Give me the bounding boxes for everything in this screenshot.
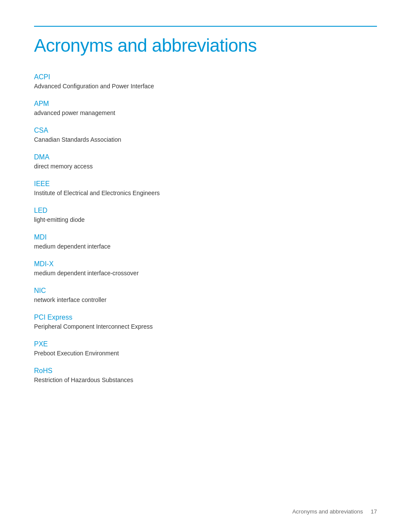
acronym-entry: APMadvanced power management bbox=[34, 100, 377, 116]
acronym-definition: advanced power management bbox=[34, 109, 377, 116]
acronym-definition: medium dependent interface-crossover bbox=[34, 270, 377, 277]
acronym-term: RoHS bbox=[34, 367, 377, 375]
acronym-definition: light-emitting diode bbox=[34, 216, 377, 223]
acronym-entry: CSACanadian Standards Association bbox=[34, 127, 377, 143]
acronym-entry: LEDlight-emitting diode bbox=[34, 207, 377, 223]
acronym-definition: Peripheral Component Interconnect Expres… bbox=[34, 323, 377, 330]
acronym-term: ACPI bbox=[34, 73, 377, 81]
acronym-definition: Preboot Execution Environment bbox=[34, 350, 377, 357]
acronym-term: NIC bbox=[34, 287, 377, 295]
acronym-term: PXE bbox=[34, 340, 377, 348]
top-border bbox=[34, 26, 377, 27]
acronym-term: APM bbox=[34, 100, 377, 108]
page-footer: Acronyms and abbreviations 17 bbox=[292, 508, 377, 515]
acronym-term: LED bbox=[34, 207, 377, 215]
acronym-definition: Institute of Electrical and Electronics … bbox=[34, 190, 377, 196]
acronym-list: ACPIAdvanced Configuration and Power Int… bbox=[34, 73, 377, 383]
acronym-entry: RoHSRestriction of Hazardous Substances bbox=[34, 367, 377, 383]
acronym-entry: PXEPreboot Execution Environment bbox=[34, 340, 377, 357]
acronym-term: MDI bbox=[34, 233, 377, 241]
acronym-entry: NICnetwork interface controller bbox=[34, 287, 377, 303]
acronym-term: CSA bbox=[34, 127, 377, 134]
acronym-term: DMA bbox=[34, 153, 377, 161]
acronym-entry: ACPIAdvanced Configuration and Power Int… bbox=[34, 73, 377, 90]
page-number: 17 bbox=[371, 508, 377, 515]
acronym-entry: MDI-Xmedium dependent interface-crossove… bbox=[34, 260, 377, 277]
acronym-definition: network interface controller bbox=[34, 296, 377, 303]
acronym-definition: medium dependent interface bbox=[34, 243, 377, 250]
page-container: Acronyms and abbreviations ACPIAdvanced … bbox=[0, 0, 411, 532]
acronym-definition: direct memory access bbox=[34, 163, 377, 170]
acronym-definition: Canadian Standards Association bbox=[34, 136, 377, 143]
acronym-entry: PCI ExpressPeripheral Component Intercon… bbox=[34, 314, 377, 330]
acronym-term: PCI Express bbox=[34, 314, 377, 321]
acronym-definition: Restriction of Hazardous Substances bbox=[34, 376, 377, 383]
acronym-definition: Advanced Configuration and Power Interfa… bbox=[34, 83, 377, 90]
acronym-entry: MDImedium dependent interface bbox=[34, 233, 377, 250]
acronym-entry: IEEEInstitute of Electrical and Electron… bbox=[34, 180, 377, 196]
acronym-term: IEEE bbox=[34, 180, 377, 188]
page-title: Acronyms and abbreviations bbox=[34, 35, 377, 56]
acronym-term: MDI-X bbox=[34, 260, 377, 268]
acronym-entry: DMAdirect memory access bbox=[34, 153, 377, 170]
footer-text: Acronyms and abbreviations bbox=[292, 508, 363, 515]
